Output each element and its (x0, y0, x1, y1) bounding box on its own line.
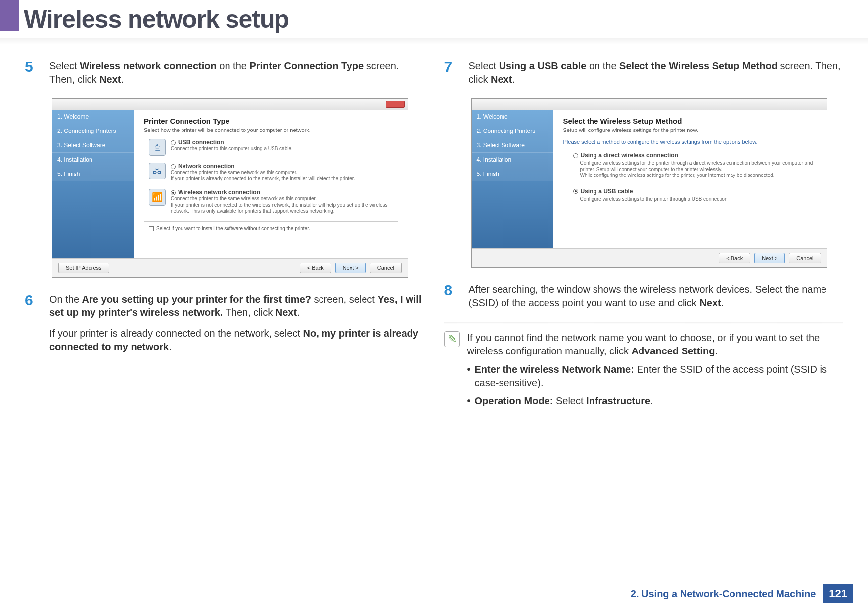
header-accent (0, 0, 19, 31)
option-direct-wireless[interactable]: Using a direct wireless connection Confi… (573, 152, 817, 179)
back-button[interactable]: < Back (300, 263, 331, 273)
install-without-connecting[interactable]: Select if you want to install the softwa… (144, 221, 398, 233)
note-body: If you cannot find the network name you … (467, 331, 844, 408)
radio-icon[interactable] (573, 153, 578, 158)
footer-chapter: 2. Using a Network-Connected Machine (631, 588, 816, 600)
content-columns: 5 Select Wireless network connection on … (0, 44, 868, 408)
step-number: 7 (444, 59, 459, 86)
radio-icon[interactable] (171, 190, 176, 195)
note-divider (444, 322, 844, 324)
page-footer: 2. Using a Network-Connected Machine 121 (631, 584, 853, 603)
mock-subtitle: Select how the printer will be connected… (144, 127, 398, 133)
page-title: Wireless network setup (0, 5, 868, 34)
note-callout: ✎ If you cannot find the network name yo… (444, 329, 844, 408)
right-column: 7 Select Using a USB cable on the Select… (444, 59, 844, 408)
mock-titlebar (472, 99, 827, 110)
note-bullet: Operation Mode: Select Infrastructure. (467, 394, 844, 408)
sidebar-step: 1. Welcome (52, 110, 134, 124)
radio-icon[interactable] (573, 189, 578, 194)
mock-footer: Set IP Address < Back Next > Cancel (52, 258, 408, 277)
option-usb[interactable]: ⎙ USB connection Connect the printer to … (149, 139, 398, 156)
sidebar-step: 5. Finish (472, 167, 553, 181)
network-icon: 🖧 (149, 163, 166, 179)
sidebar-step: 2. Connecting Printers (472, 124, 553, 138)
step-number: 8 (444, 283, 459, 309)
wifi-icon: 📶 (149, 189, 166, 206)
step-text: On the Are you setting up your printer f… (49, 293, 424, 353)
step-number: 5 (25, 59, 40, 86)
sidebar-step: 3. Select Software (472, 138, 553, 153)
cancel-button[interactable]: Cancel (789, 253, 821, 263)
radio-icon[interactable] (171, 140, 176, 145)
step-5: 5 Select Wireless network connection on … (25, 59, 424, 86)
option-usb-cable[interactable]: Using a USB cable Configure wireless set… (573, 188, 817, 203)
back-button[interactable]: < Back (719, 253, 750, 263)
mock-sidebar: 1. Welcome 2. Connecting Printers 3. Sel… (472, 110, 553, 248)
title-divider (0, 38, 868, 44)
next-button[interactable]: Next > (335, 263, 366, 273)
sidebar-step: 4. Installation (472, 153, 553, 167)
mock-heading: Printer Connection Type (144, 117, 398, 125)
option-wireless[interactable]: 📶 Wireless network connection Connect th… (149, 189, 398, 215)
note-bullet: Enter the wireless Network Name: Enter t… (467, 363, 844, 390)
step-text: Select Wireless network connection on th… (49, 59, 424, 86)
sidebar-step: 2. Connecting Printers (52, 124, 134, 138)
step-7: 7 Select Using a USB cable on the Select… (444, 59, 844, 86)
set-ip-button[interactable]: Set IP Address (58, 263, 109, 273)
page-number: 121 (823, 584, 853, 603)
mock-titlebar (52, 99, 408, 110)
left-column: 5 Select Wireless network connection on … (25, 59, 424, 408)
step-number: 6 (25, 293, 40, 353)
option-network[interactable]: 🖧 Network connection Connect the printer… (149, 163, 398, 182)
screenshot-printer-connection-type: 1. Welcome 2. Connecting Printers 3. Sel… (52, 98, 408, 278)
header: Wireless network setup (0, 0, 868, 44)
mock-sidebar: 1. Welcome 2. Connecting Printers 3. Sel… (52, 110, 134, 258)
sidebar-step: 1. Welcome (472, 110, 553, 124)
mock-main-panel: Select the Wireless Setup Method Setup w… (553, 110, 827, 248)
mock-heading: Select the Wireless Setup Method (563, 117, 817, 125)
mock-main-panel: Printer Connection Type Select how the p… (134, 110, 408, 258)
mock-subtitle: Setup will configure wireless settings f… (563, 127, 817, 133)
screenshot-wireless-setup-method: 1. Welcome 2. Connecting Printers 3. Sel… (471, 98, 827, 268)
step-text: After searching, the window shows the wi… (469, 283, 844, 309)
usb-icon: ⎙ (149, 139, 166, 156)
step-6: 6 On the Are you setting up your printer… (25, 293, 424, 353)
sidebar-step: 3. Select Software (52, 138, 134, 153)
step-text: Select Using a USB cable on the Select t… (469, 59, 844, 86)
close-icon[interactable] (386, 101, 405, 108)
checkbox-icon[interactable] (149, 226, 154, 231)
cancel-button[interactable]: Cancel (370, 263, 402, 273)
sidebar-step: 4. Installation (52, 153, 134, 167)
mock-footer: < Back Next > Cancel (472, 248, 827, 267)
step-8: 8 After searching, the window shows the … (444, 283, 844, 309)
mock-subtitle-2: Please select a method to configure the … (563, 139, 817, 145)
next-button[interactable]: Next > (754, 253, 785, 263)
sidebar-step: 5. Finish (52, 167, 134, 181)
radio-icon[interactable] (171, 164, 176, 169)
note-icon: ✎ (444, 331, 460, 347)
